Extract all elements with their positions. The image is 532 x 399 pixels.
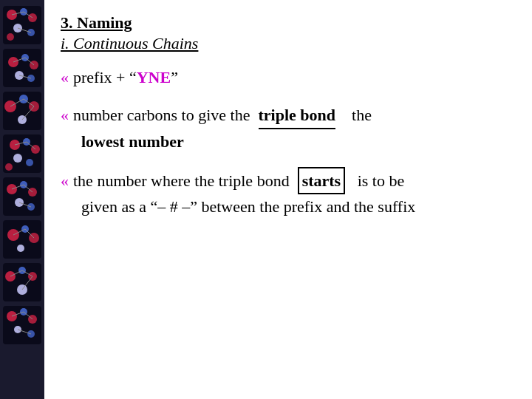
main-content: 3. Naming i. Continuous Chains « prefix … [44, 0, 532, 399]
bullet-1-text: prefix + “YNE” [73, 66, 178, 89]
bullet-3-char: « [61, 170, 69, 193]
bullet-2-char: « [61, 104, 69, 127]
bullet-3-row1: « the number where the triple bond start… [61, 167, 511, 194]
bullet-1-suffix: ” [171, 68, 178, 86]
molecule-image-4 [3, 134, 41, 173]
molecule-image-3 [3, 92, 41, 130]
heading-section: 3. Naming i. Continuous Chains [61, 13, 511, 53]
bullet-1-prefix: prefix + “ [73, 68, 137, 86]
bullet-3-pre: the number where the triple bond [73, 168, 298, 193]
molecule-image-8 [3, 306, 41, 344]
bullet-3-row2: given as a “– # –” between the prefix an… [81, 194, 511, 219]
svg-point-49 [17, 245, 24, 252]
sidebar [0, 0, 44, 399]
bullet-3-post: is to be [345, 168, 404, 193]
bullet-3-line2: given as a “– # –” between the prefix an… [81, 194, 415, 219]
starts-text: starts [298, 167, 346, 194]
molecule-image-1 [3, 6, 41, 44]
lowest-number-text: lowest number [81, 129, 184, 154]
molecule-image-2 [3, 49, 41, 87]
svg-point-6 [7, 33, 14, 41]
svg-point-32 [26, 159, 33, 166]
bullet-2-pre: number carbons to give the [73, 103, 259, 127]
bullet-2-row2: lowest number [81, 129, 511, 154]
yne-text: YNE [137, 68, 171, 86]
bullet-2-row1: « number carbons to give the triple bond… [61, 103, 511, 129]
bullet-2-post: the [335, 103, 372, 127]
molecule-image-7 [3, 263, 41, 301]
bullet-3-section: « the number where the triple bond start… [61, 167, 511, 219]
bullet-1-section: « prefix + “YNE” [61, 66, 511, 89]
triple-bond-text: triple bond [259, 103, 336, 129]
bullet-2-section: « number carbons to give the triple bond… [61, 103, 511, 154]
heading-subtitle: i. Continuous Chains [61, 34, 511, 53]
heading-title: 3. Naming [61, 13, 511, 33]
svg-point-31 [13, 154, 22, 163]
svg-point-33 [5, 163, 13, 171]
bullet-1-char: « [61, 66, 69, 89]
molecule-image-6 [3, 220, 41, 259]
molecule-image-5 [3, 177, 41, 216]
